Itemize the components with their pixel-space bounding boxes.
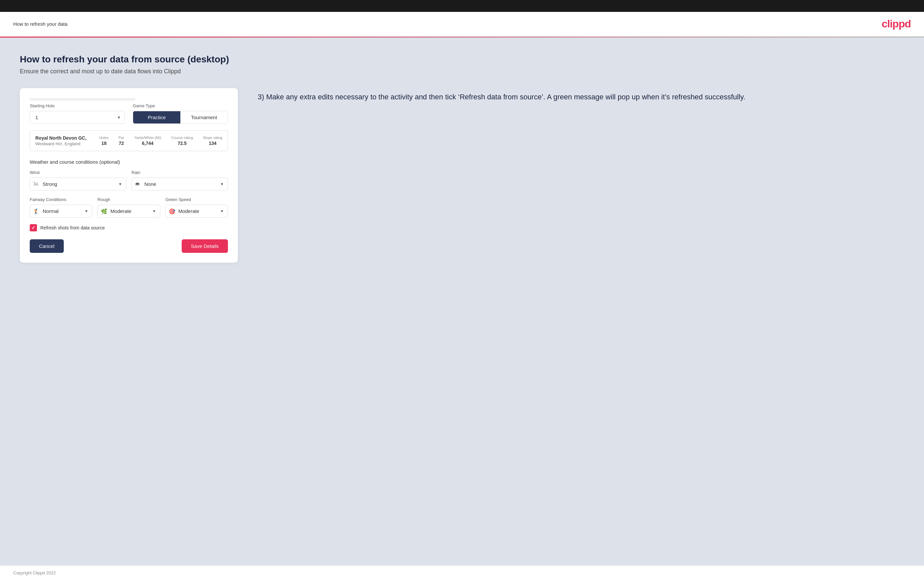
slope-rating-label: Slope rating <box>203 136 222 140</box>
yards-value: 6,744 <box>142 140 153 146</box>
footer: Copyright Clippd 2022 <box>0 566 924 577</box>
cancel-button[interactable]: Cancel <box>30 239 64 253</box>
course-rating-value: 72.5 <box>178 140 187 146</box>
holes-value: 18 <box>102 140 107 146</box>
green-speed-label: Green Speed <box>165 197 228 202</box>
holes-label: Holes <box>99 136 109 140</box>
par-value: 72 <box>119 140 124 146</box>
par-label: Par <box>119 136 124 140</box>
side-text: 3) Make any extra edits necessary to the… <box>258 88 904 102</box>
course-name: Royal North Devon GC, <box>36 135 99 140</box>
form-card: Starting Hole 1 2 10 ▼ Game Type Practic… <box>20 88 238 263</box>
fairway-label: Fairway Conditions <box>30 197 92 202</box>
toggle-group: Practice Tournament <box>133 111 228 124</box>
side-description: 3) Make any extra edits necessary to the… <box>258 92 904 102</box>
starting-hole-label: Starting Hole <box>30 103 125 108</box>
logo: clippd <box>882 18 911 30</box>
rough-select[interactable]: Moderate Light Heavy <box>97 205 160 218</box>
top-bar <box>0 0 924 12</box>
rough-label: Rough <box>97 197 160 202</box>
save-button[interactable]: Save Details <box>182 239 228 253</box>
fairway-select[interactable]: Normal Soft Hard <box>30 205 92 218</box>
refresh-checkbox[interactable] <box>30 224 37 231</box>
header-title: How to refresh your data <box>13 21 68 27</box>
yards-label: Yards/White (M)) <box>134 136 161 140</box>
rain-select[interactable]: None Light Heavy <box>131 177 228 190</box>
game-type-label: Game Type <box>133 103 228 108</box>
green-speed-select[interactable]: Moderate Fast Slow <box>165 205 228 218</box>
refresh-label: Refresh shots from data source <box>40 225 105 230</box>
course-table: Royal North Devon GC, Westward Ho!, Engl… <box>30 131 228 151</box>
practice-toggle[interactable]: Practice <box>133 111 180 124</box>
footer-copyright: Copyright Clippd 2022 <box>13 571 56 575</box>
conditions-title: Weather and course conditions (optional) <box>30 159 228 165</box>
tournament-toggle[interactable]: Tournament <box>180 111 228 124</box>
page-subheading: Ensure the correct and most up to date d… <box>20 68 904 75</box>
wind-label: Wind <box>30 170 126 175</box>
wind-select[interactable]: Strong Light None <box>30 177 126 190</box>
course-location: Westward Ho!, England <box>36 141 99 146</box>
course-rating-label: Course rating <box>171 136 193 140</box>
main-content: How to refresh your data from source (de… <box>0 38 924 566</box>
slope-rating-value: 134 <box>209 140 216 146</box>
starting-hole-select[interactable]: 1 2 10 <box>30 111 125 124</box>
page-heading: How to refresh your data from source (de… <box>20 54 904 65</box>
rain-label: Rain <box>131 170 228 175</box>
header: How to refresh your data clippd <box>0 12 924 37</box>
